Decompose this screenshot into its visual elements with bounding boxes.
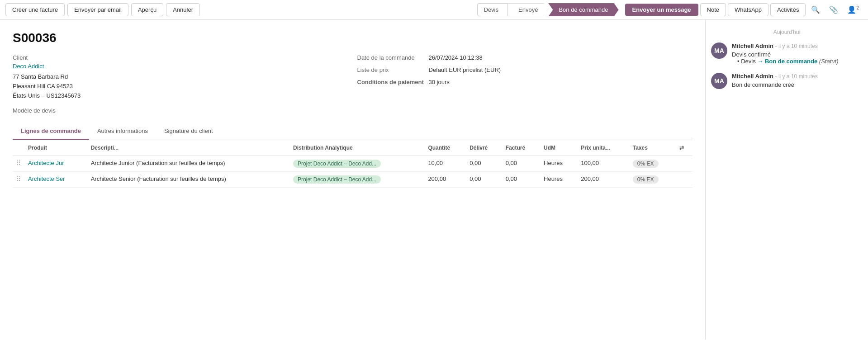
liste-prix-label: Liste de prix	[357, 66, 425, 73]
conditions-label: Conditions de paiement	[357, 79, 425, 85]
apercu-button[interactable]: Aperçu	[131, 3, 163, 16]
row1-actions	[676, 156, 693, 171]
th-facture: Facturé	[502, 140, 540, 156]
note-button[interactable]: Note	[700, 3, 726, 16]
activites-button[interactable]: Activités	[770, 3, 806, 16]
search-icon-button[interactable]: 🔍	[807, 3, 824, 17]
facture-2: 0,00	[502, 171, 540, 187]
chat-arrow-1[interactable]: →	[757, 58, 763, 65]
order-id: S00036	[13, 31, 693, 45]
annuler-button[interactable]: Annuler	[166, 3, 200, 16]
avatar-2: MA	[711, 73, 727, 89]
delivre-2: 0,00	[466, 171, 502, 187]
envoyer-message-button[interactable]: Envoyer un message	[625, 4, 698, 16]
order-right-fields: Date de la commande 26/07/2024 10:12:38 …	[357, 54, 693, 100]
client-field-group: Client Deco Addict 77 Santa Barbara Rd P…	[13, 54, 348, 100]
address-line3: États-Unis – US12345673	[13, 91, 348, 101]
chat-body-2: Mitchell Admin - il y a 10 minutes Bon d…	[732, 73, 863, 89]
th-udm: UdM	[540, 140, 577, 156]
delivre-1: 0,00	[466, 156, 502, 171]
order-tabs: Lignes de commande Autres informations S…	[13, 123, 693, 140]
order-fields: Client Deco Addict 77 Santa Barbara Rd P…	[13, 54, 693, 100]
chat-time-1: - il y a 10 minutes	[775, 43, 818, 49]
drag-handle-1[interactable]: ⠿	[13, 156, 24, 171]
th-delivre: Délivré	[466, 140, 502, 156]
th-distribution: Distribution Analytique	[289, 140, 424, 156]
client-name[interactable]: Deco Addict	[13, 63, 348, 70]
th-description: Descripti...	[87, 140, 289, 156]
date-value: 26/07/2024 10:12:38	[429, 54, 693, 61]
tab-lignes-commande[interactable]: Lignes de commande	[13, 123, 89, 140]
status-pipeline: Devis Envoyé Bon de commande	[477, 3, 619, 16]
pipeline-envoye[interactable]: Envoyé	[508, 3, 548, 16]
avatar-1: MA	[711, 42, 727, 59]
paperclip-icon-button[interactable]: 📎	[825, 3, 842, 17]
chat-content-2: Bon de commande créé	[732, 81, 863, 88]
table-row: ⠿ Architecte Ser Architecte Senior (Fact…	[13, 171, 693, 187]
chat-header-2: Mitchell Admin - il y a 10 minutes	[732, 73, 863, 80]
taxes-2: 0% EX	[629, 171, 676, 187]
th-quantite: Quantité	[424, 140, 466, 156]
client-address: 77 Santa Barbara Rd Pleasant Hill CA 945…	[13, 72, 348, 100]
conditions-value: 30 jours	[429, 79, 693, 85]
envoyer-email-button[interactable]: Envoyer par email	[67, 3, 128, 16]
chat-header-1: Mitchell Admin - il y a 10 minutes	[732, 42, 863, 49]
row2-actions	[676, 171, 693, 187]
chat-line2: Bon de commande créé	[732, 81, 863, 88]
table-row: ⠿ Architecte Jur Architecte Junior (Fact…	[13, 156, 693, 171]
chat-statut-1: (Statut)	[819, 58, 839, 65]
chat-author-2: Mitchell Admin	[732, 73, 773, 80]
creer-facture-button[interactable]: Créer une facture	[5, 3, 65, 16]
prix-unitaire-2: 200,00	[577, 171, 629, 187]
th-produit: Produit	[24, 140, 87, 156]
liste-prix-field-row: Liste de prix Default EUR pricelist (EUR…	[357, 66, 693, 73]
user-icon-button[interactable]: 👤2	[844, 3, 863, 17]
chat-message-1: MA Mitchell Admin - il y a 10 minutes De…	[711, 42, 863, 65]
main-toolbar: Créer une facture Envoyer par email Aper…	[0, 0, 868, 20]
address-line2: Pleasant Hill CA 94523	[13, 82, 348, 91]
udm-1: Heures	[540, 156, 577, 171]
udm-2: Heures	[540, 171, 577, 187]
toolbar-right: Devis Envoyé Bon de commande Envoyer un …	[477, 3, 863, 17]
address-line1: 77 Santa Barbara Rd	[13, 72, 348, 82]
order-table: Produit Descripti... Distribution Analyt…	[13, 140, 693, 188]
conditions-field-row: Conditions de paiement 30 jours	[357, 79, 693, 85]
th-settings-icon[interactable]: ⇄	[676, 140, 693, 156]
bon-de-commande-link[interactable]: Bon de commande	[765, 58, 817, 65]
facture-1: 0,00	[502, 156, 540, 171]
chat-message-2: MA Mitchell Admin - il y a 10 minutes Bo…	[711, 73, 863, 89]
modele-devis-label: Modèle de devis	[13, 107, 693, 114]
main-layout: S00036 Client Deco Addict 77 Santa Barba…	[0, 20, 868, 340]
chat-bullet-1: • Devis → Bon de commande (Statut)	[737, 58, 863, 65]
liste-prix-value: Default EUR pricelist (EUR)	[429, 66, 693, 73]
taxes-1: 0% EX	[629, 156, 676, 171]
date-label: Date de la commande	[357, 54, 425, 61]
tab-autres-informations[interactable]: Autres informations	[89, 123, 156, 140]
chat-time-2: - il y a 10 minutes	[775, 73, 818, 80]
th-taxes: Taxes	[629, 140, 676, 156]
chat-today-label: Aujourd'hui	[711, 29, 863, 35]
tab-signature-client[interactable]: Signature du client	[156, 123, 221, 140]
whatsapp-button[interactable]: WhatsApp	[728, 3, 768, 16]
pipeline-devis[interactable]: Devis	[477, 3, 508, 16]
date-field-row: Date de la commande 26/07/2024 10:12:38	[357, 54, 693, 61]
product-name-1[interactable]: Architecte Jur	[24, 156, 87, 171]
quantite-2: 200,00	[424, 171, 466, 187]
chat-content-1: Devis confirmé • Devis → Bon de commande…	[732, 51, 863, 65]
prix-unitaire-1: 100,00	[577, 156, 629, 171]
chat-author-1: Mitchell Admin	[732, 42, 773, 49]
th-drag	[13, 140, 24, 156]
pipeline-bon-de-commande[interactable]: Bon de commande	[548, 3, 618, 16]
user-count: 2	[856, 5, 859, 10]
distribution-2[interactable]: Projet Deco Addict – Deco Add...	[289, 171, 424, 187]
th-prix-unitaire: Prix unita...	[577, 140, 629, 156]
distribution-1[interactable]: Projet Deco Addict – Deco Add...	[289, 156, 424, 171]
order-content: S00036 Client Deco Addict 77 Santa Barba…	[0, 20, 705, 340]
drag-handle-2[interactable]: ⠿	[13, 171, 24, 187]
product-name-2[interactable]: Architecte Ser	[24, 171, 87, 187]
description-1: Architecte Junior (Facturation sur feuil…	[87, 156, 289, 171]
chat-sidebar: Aujourd'hui MA Mitchell Admin - il y a 1…	[705, 20, 868, 340]
chat-body-1: Mitchell Admin - il y a 10 minutes Devis…	[732, 42, 863, 65]
client-label: Client	[13, 54, 348, 61]
quantite-1: 10,00	[424, 156, 466, 171]
